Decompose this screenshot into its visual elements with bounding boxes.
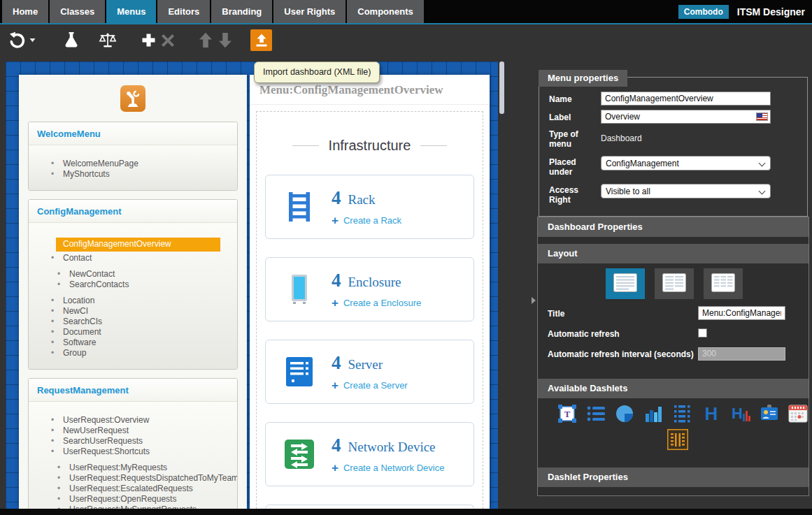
layout-thumbnail-icon xyxy=(662,273,686,295)
menu-tree-item[interactable]: NewCI xyxy=(29,306,237,317)
menu-section-title[interactable]: WelcomeMenu xyxy=(29,122,237,145)
nav-tab-classes[interactable]: Classes xyxy=(50,0,105,23)
card-head: 4 Server xyxy=(332,352,408,374)
menu-section-items: UserRequest:Overview NewUserRequest Sear… xyxy=(29,402,237,509)
menu-section-title[interactable]: RequestManagement xyxy=(29,379,237,402)
undo-dropdown-caret[interactable] xyxy=(28,29,36,52)
menu-tree-item[interactable]: SearchContacts xyxy=(29,280,237,290)
dashboard-preview-panel: Menu:ConfigManagementOverview Infrastruc… xyxy=(250,75,490,509)
layout-three-column-button[interactable] xyxy=(704,268,743,299)
create-link[interactable]: + Create a Rack xyxy=(332,215,401,226)
access-right-select[interactable]: Visible to all xyxy=(601,184,771,198)
menu-tree-item[interactable]: Document xyxy=(29,327,237,338)
nav-tab-home[interactable]: Home xyxy=(2,0,48,23)
menu-tree-item-label: UserRequest:Shortcuts xyxy=(63,447,150,456)
dashlet-grouped-list-button[interactable] xyxy=(672,403,692,424)
dashlet-pie-chart-button[interactable] xyxy=(615,403,635,424)
nav-tab-user-rights[interactable]: User Rights xyxy=(273,0,346,23)
layout-two-column-button[interactable] xyxy=(655,268,694,299)
nav-tab-editors[interactable]: Editors xyxy=(157,0,210,23)
nav-tab-menus[interactable]: Menus xyxy=(106,0,156,23)
import-dashboard-tooltip: Import dashboard (XML file) xyxy=(254,61,380,83)
menu-tree-item[interactable]: UserRequest:EscalatedRequests xyxy=(29,484,237,494)
dashlet-list-button[interactable] xyxy=(585,403,606,424)
dashlet-header-button[interactable]: H xyxy=(701,403,722,424)
network-device-icon xyxy=(284,440,315,469)
flask-button[interactable] xyxy=(62,29,81,52)
dashboard-edit-zone[interactable]: Infrastructure 4 Rack + xyxy=(256,111,483,509)
delete-menu-button[interactable] xyxy=(158,29,178,52)
dashlet-calendar-button[interactable] xyxy=(788,403,809,424)
menu-tree-item[interactable]: UserRequest:OpenRequests xyxy=(29,494,237,505)
type-of-menu-value: Dashboard xyxy=(601,128,642,143)
menu-tree-item[interactable]: Software xyxy=(29,338,237,348)
menu-tree-item[interactable]: UserRequest:Shortcuts xyxy=(29,447,237,457)
dashlet-text-button[interactable]: T xyxy=(557,403,577,424)
undo-button[interactable] xyxy=(7,29,27,52)
label-input[interactable] xyxy=(601,110,771,124)
itsm-designer-window: Home Classes Menus Editors Branding xyxy=(0,0,812,515)
menu-tree-item[interactable]: NewContact xyxy=(29,269,237,280)
combodo-badge[interactable]: Combodo xyxy=(678,5,729,19)
workspace: WelcomeMenu WelcomeMenuPage MyShortcuts xyxy=(0,56,812,509)
menu-tree-item-label: UserRequest:MyRequests xyxy=(69,463,167,472)
menu-tree-item[interactable]: Contact xyxy=(29,253,237,263)
layout-thumbnail-icon xyxy=(613,273,637,295)
auto-refresh-checkbox[interactable] xyxy=(698,328,707,338)
nav-tab-label: User Rights xyxy=(284,6,335,17)
menu-tree-item[interactable]: Group xyxy=(29,348,237,358)
nav-tab-branding[interactable]: Branding xyxy=(211,0,272,23)
menu-tree-item[interactable]: UserRequest:MyRequests xyxy=(29,463,237,473)
summary-dashlet-card[interactable]: 4 Network Device + Create a Network Devi… xyxy=(265,422,474,486)
placed-under-select[interactable]: ConfigManagement xyxy=(601,156,771,171)
menu-section: WelcomeMenu WelcomeMenuPage MyShortcuts xyxy=(28,122,238,191)
create-link[interactable]: + Create a Enclosure xyxy=(332,297,421,309)
us-flag-icon[interactable] xyxy=(756,113,768,121)
menu-tree-item[interactable]: SearchUserRequests xyxy=(29,436,237,447)
object-count: 4 xyxy=(332,270,341,291)
access-right-row: Access Right Visible to all xyxy=(539,184,807,205)
nav-tab-label: Menus xyxy=(117,6,145,17)
menu-tree-item[interactable]: WelcomeMenuPage xyxy=(29,159,237,169)
dashlet-header-chart-button[interactable]: H xyxy=(730,403,750,424)
layout-one-column-button[interactable] xyxy=(606,268,645,299)
placed-under-label: Placed under xyxy=(549,156,601,177)
refresh-interval-input xyxy=(698,347,785,361)
move-up-button[interactable] xyxy=(196,29,215,52)
menu-tree-item[interactable]: MyShortcuts xyxy=(29,169,237,180)
menu-tree-item[interactable]: Location xyxy=(29,296,237,306)
dashlet-custom-grid-button[interactable] xyxy=(667,429,688,450)
menu-properties-tab: Menu properties xyxy=(539,70,627,87)
nav-tab-label: Editors xyxy=(168,6,199,17)
nav-tab-components[interactable]: Components xyxy=(347,0,423,23)
summary-dashlet-card[interactable]: 4 Rack + Create a Rack xyxy=(265,175,474,239)
menu-section-title[interactable]: ConfigManagement xyxy=(29,200,237,223)
menu-tree-item-label: NewCI xyxy=(63,306,88,316)
svg-text:T: T xyxy=(564,409,570,419)
object-class-link[interactable]: Rack xyxy=(348,192,376,208)
move-down-button[interactable] xyxy=(215,29,235,52)
summary-dashlet-card[interactable]: 4 Enclosure + Create a Enclosure xyxy=(265,257,474,321)
menu-tree-item[interactable]: UserRequest:Overview xyxy=(29,415,237,426)
menu-tree-item-label: NewUserRequest xyxy=(63,426,129,435)
object-class-link[interactable]: Network Device xyxy=(348,440,436,455)
add-menu-button[interactable] xyxy=(138,29,158,52)
create-link[interactable]: + Create a Server xyxy=(332,379,408,391)
summary-dashlet-card[interactable]: 4 Server + Create a Server xyxy=(265,340,474,404)
panel-expander-icon[interactable] xyxy=(532,297,536,304)
vertical-scrollbar-thumb[interactable] xyxy=(499,61,504,114)
dashlet-bar-chart-button[interactable] xyxy=(643,403,664,424)
menu-tree-item[interactable]: ConfigManagementOverview xyxy=(29,238,237,252)
menu-tree-item[interactable]: NewUserRequest xyxy=(29,426,237,436)
name-input[interactable] xyxy=(601,92,771,106)
object-class-link[interactable]: Enclosure xyxy=(348,275,401,290)
scales-button[interactable] xyxy=(98,29,117,52)
object-class-link[interactable]: Server xyxy=(348,357,383,372)
title-label: Title xyxy=(548,309,564,319)
menu-tree-item[interactable]: UserRequest:RequestsDispatchedToMyTeams xyxy=(29,473,237,484)
dashlet-badge-button[interactable] xyxy=(759,403,779,424)
menu-tree-item[interactable]: SearchCIs xyxy=(29,317,237,327)
create-link[interactable]: + Create a Network Device xyxy=(332,462,444,474)
dashboard-title-input[interactable] xyxy=(698,306,785,320)
import-dashboard-button[interactable] xyxy=(250,29,272,51)
